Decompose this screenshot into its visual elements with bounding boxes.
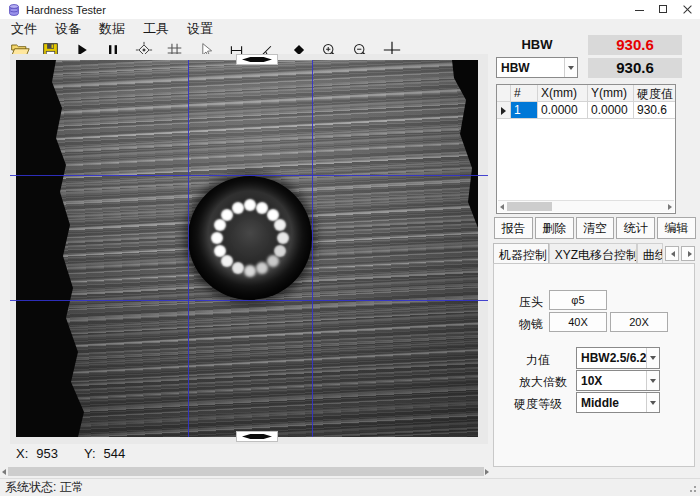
current-hardness-display: 930.6 <box>588 35 682 55</box>
magnification-select[interactable]: 10X <box>576 370 660 391</box>
coord-x-value: 953 <box>36 446 58 461</box>
chevron-left-icon <box>671 251 675 257</box>
coord-y-value: 544 <box>104 446 126 461</box>
chevron-right-icon <box>688 251 692 257</box>
row-arrow-icon <box>501 107 506 115</box>
coord-x-label: X: <box>16 446 28 461</box>
measure-line-horizontal-top[interactable] <box>10 175 488 176</box>
coord-y-label: Y: <box>84 446 96 461</box>
menu-file[interactable]: 文件 <box>2 18 46 40</box>
resize-grip[interactable] <box>694 490 696 492</box>
indenter-button[interactable]: φ5 <box>549 290 607 310</box>
cell-index[interactable]: 1 <box>511 102 538 118</box>
edit-button[interactable]: 编辑 <box>657 217 696 239</box>
force-select[interactable]: HBW2.5/6.25 <box>576 347 660 369</box>
indentation-light-ring <box>244 232 256 244</box>
scroll-right-icon[interactable] <box>668 204 672 210</box>
menu-settings[interactable]: 设置 <box>178 18 222 40</box>
title-bar: Hardness Tester <box>0 0 700 19</box>
hardness-level-select-value: Middle <box>577 396 646 410</box>
close-button[interactable] <box>676 0 700 19</box>
chevron-down-icon <box>568 66 574 70</box>
scroll-left-icon[interactable] <box>2 469 6 475</box>
row-selector-header <box>497 85 511 101</box>
table-horizontal-scrollbar[interactable] <box>498 200 674 212</box>
bottom-drag-handle[interactable] <box>236 431 278 442</box>
image-horizontal-scrollbar[interactable] <box>0 466 491 477</box>
col-header-hardness[interactable]: 硬度值 <box>634 85 675 101</box>
app-icon <box>7 3 21 17</box>
window-title: Hardness Tester <box>26 4 106 16</box>
scroll-left-icon[interactable] <box>500 204 504 210</box>
measure-line-vertical-left[interactable] <box>188 60 189 437</box>
tab-curve[interactable]: 曲线 <box>637 243 664 264</box>
scrollbar-thumb[interactable] <box>507 202 552 211</box>
objective-20x-button[interactable]: 20X <box>610 312 668 332</box>
chevron-down-icon <box>650 356 656 360</box>
dropdown-button[interactable] <box>646 393 659 412</box>
magnification-select-value: 10X <box>577 374 646 388</box>
chevron-down-icon <box>650 401 656 405</box>
objective-40x-button[interactable]: 40X <box>549 312 607 332</box>
table-row[interactable]: 1 0.0000 0.0000 930.6 <box>497 102 675 119</box>
statistics-button[interactable]: 统计 <box>616 217 655 239</box>
action-buttons: 报告 删除 清空 统计 编辑 <box>494 217 696 239</box>
minimize-button[interactable] <box>628 0 652 19</box>
clear-button[interactable]: 清空 <box>576 217 615 239</box>
cursor-coordinates: X:953Y:544 <box>16 446 133 461</box>
scale-select[interactable]: HBW <box>496 57 578 78</box>
hardness-tester-window: Hardness Tester 文件 设备 数据 工具 设置 <box>0 0 700 496</box>
image-viewport <box>10 54 488 444</box>
control-tabs: 机器控制 XYZ电移台控制 曲线 <box>493 243 695 264</box>
indenter-label: 压头 <box>519 294 543 311</box>
diamond-marker-icon <box>242 57 272 62</box>
force-label: 力值 <box>526 352 550 369</box>
report-button[interactable]: 报告 <box>494 217 533 239</box>
tab-scroll-left-button[interactable] <box>665 246 679 261</box>
tab-xyz-stage-control[interactable]: XYZ电移台控制 <box>549 243 637 264</box>
maximize-button[interactable] <box>652 0 676 19</box>
status-bar: 系统状态: 正常 <box>0 478 700 496</box>
delete-button[interactable]: 删除 <box>535 217 574 239</box>
magnification-label: 放大倍数 <box>519 374 567 391</box>
menu-tools[interactable]: 工具 <box>134 18 178 40</box>
scroll-right-icon[interactable] <box>485 469 489 475</box>
last-hardness-display: 930.6 <box>588 58 682 78</box>
microscope-image-canvas[interactable] <box>16 60 478 437</box>
col-header-y[interactable]: Y(mm) <box>588 85 634 101</box>
measure-line-vertical-right[interactable] <box>312 60 313 437</box>
tab-machine-control[interactable]: 机器控制 <box>493 243 549 264</box>
machine-control-panel: 压头 φ5 物镜 40X 20X 力值 HBW2.5/6.25 放大倍数 10X… <box>493 263 695 467</box>
cell-x[interactable]: 0.0000 <box>538 102 588 118</box>
top-drag-handle[interactable] <box>236 54 278 65</box>
table-header-row: # X(mm) Y(mm) 硬度值 <box>497 85 675 102</box>
hardness-level-select[interactable]: Middle <box>576 392 660 413</box>
tab-scroll-right-button[interactable] <box>681 246 695 261</box>
system-status-text: 系统状态: 正常 <box>5 479 84 496</box>
col-header-index[interactable]: # <box>511 85 538 101</box>
dropdown-button[interactable] <box>564 58 577 77</box>
scale-select-value: HBW <box>497 61 564 75</box>
col-header-x[interactable]: X(mm) <box>538 85 588 101</box>
indentation-mark <box>188 176 312 300</box>
objective-label: 物镜 <box>519 316 543 333</box>
dropdown-button[interactable] <box>646 348 659 368</box>
measure-line-horizontal-bottom[interactable] <box>10 300 488 301</box>
menu-device[interactable]: 设备 <box>46 18 90 40</box>
cell-hardness[interactable]: 930.6 <box>634 102 675 118</box>
dropdown-button[interactable] <box>646 371 659 390</box>
force-select-value: HBW2.5/6.25 <box>577 351 646 365</box>
menu-data[interactable]: 数据 <box>90 18 134 40</box>
row-selector-cell[interactable] <box>497 102 511 118</box>
chevron-down-icon <box>650 379 656 383</box>
scrollbar-thumb[interactable] <box>8 467 484 476</box>
hardness-level-label: 硬度等级 <box>514 396 562 413</box>
results-table: # X(mm) Y(mm) 硬度值 1 0.0000 0.0000 930.6 <box>496 84 676 214</box>
scale-label: HBW <box>497 37 577 52</box>
diamond-marker-icon <box>242 434 272 439</box>
cell-y[interactable]: 0.0000 <box>588 102 634 118</box>
